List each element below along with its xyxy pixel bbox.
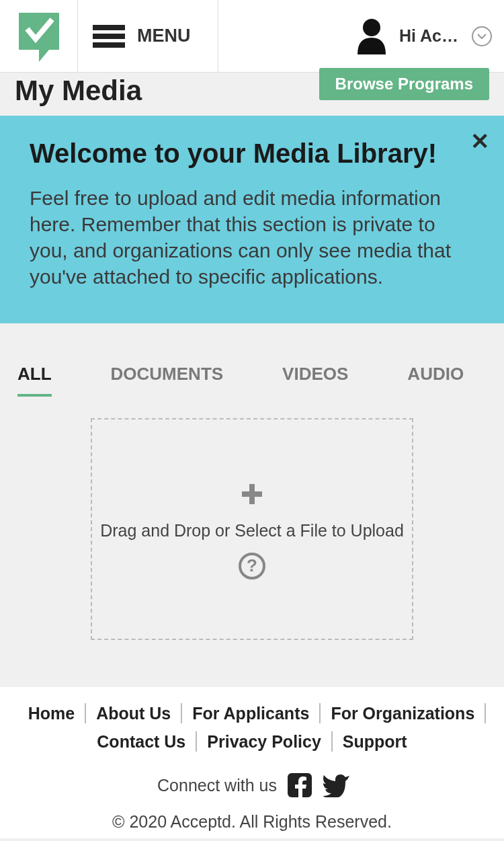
tab-all[interactable]: ALL	[17, 364, 52, 397]
footer-link-support[interactable]: Support	[333, 731, 417, 752]
welcome-panel: ✕ Welcome to your Media Library! Feel fr…	[0, 116, 504, 323]
upload-section: Drag and Drop or Select a File to Upload…	[0, 397, 504, 687]
menu-button[interactable]: MENU	[78, 0, 218, 72]
footer-links: Home About Us For Applicants For Organiz…	[13, 703, 491, 760]
logo-icon	[15, 9, 62, 63]
svg-rect-2	[242, 491, 262, 497]
connect-label: Connect with us	[157, 776, 277, 795]
menu-label: MENU	[137, 26, 191, 46]
welcome-body: Feel free to upload and edit media infor…	[30, 185, 474, 290]
welcome-title: Welcome to your Media Library!	[30, 138, 474, 169]
page-header: My Media Browse Programs	[0, 73, 504, 109]
upload-text: Drag and Drop or Select a File to Upload	[100, 521, 404, 540]
footer: Home About Us For Applicants For Organiz…	[0, 687, 504, 838]
footer-link-home[interactable]: Home	[18, 703, 86, 723]
footer-link-organizations[interactable]: For Organizations	[321, 703, 486, 723]
upload-dropzone[interactable]: Drag and Drop or Select a File to Upload…	[91, 418, 413, 640]
footer-link-contact[interactable]: Contact Us	[87, 731, 197, 752]
browse-programs-button[interactable]: Browse Programs	[319, 68, 489, 100]
svg-point-0	[363, 19, 380, 36]
chevron-down-icon	[472, 26, 492, 46]
user-menu[interactable]: Hi Acce…	[355, 17, 504, 54]
facebook-icon[interactable]	[288, 773, 312, 797]
avatar-icon	[355, 17, 388, 54]
logo-area[interactable]	[0, 0, 78, 72]
tab-audio[interactable]: AUDIO	[407, 364, 464, 397]
twitter-icon[interactable]	[323, 773, 347, 797]
tab-documents[interactable]: DOCUMENTS	[111, 364, 224, 397]
hamburger-icon	[93, 25, 125, 48]
greeting-text: Hi Acce…	[399, 26, 461, 46]
connect-row: Connect with us	[13, 773, 491, 797]
tabs: ALL DOCUMENTS VIDEOS AUDIO IM	[0, 323, 504, 397]
plus-icon	[242, 479, 262, 509]
footer-link-applicants[interactable]: For Applicants	[182, 703, 321, 723]
header: MENU Hi Acce…	[0, 0, 504, 73]
copyright: © 2020 Acceptd. All Rights Reserved.	[13, 812, 491, 832]
footer-link-about[interactable]: About Us	[86, 703, 182, 723]
close-icon[interactable]: ✕	[470, 128, 489, 155]
help-icon[interactable]: ?	[239, 553, 265, 579]
tab-videos[interactable]: VIDEOS	[282, 364, 348, 397]
page-title: My Media	[15, 75, 142, 107]
footer-link-privacy[interactable]: Privacy Policy	[197, 731, 333, 752]
